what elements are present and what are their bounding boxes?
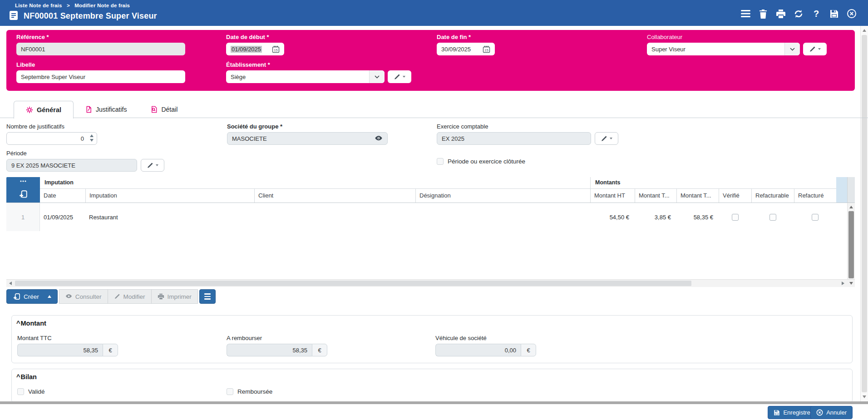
- trash-icon[interactable]: [758, 8, 769, 19]
- chevron-down-icon: [818, 48, 821, 50]
- grid-scroll-corner: [847, 177, 855, 203]
- help-icon[interactable]: ?: [811, 8, 822, 19]
- bilan-section-header[interactable]: ^ Bilan: [16, 373, 37, 380]
- montant-section-header[interactable]: ^ Montant: [16, 320, 46, 327]
- remboursee-checkbox[interactable]: [227, 388, 233, 395]
- col-header-imputation[interactable]: Imputation: [85, 189, 254, 203]
- collaborateur-edit-button[interactable]: [803, 43, 827, 55]
- societe-field: MASOCIETE: [227, 132, 388, 145]
- col-header-designation[interactable]: Désignation: [415, 189, 590, 203]
- col-header-client[interactable]: Client: [254, 189, 415, 203]
- collapse-icon[interactable]: ^: [16, 373, 20, 380]
- annuler-button[interactable]: Annuler: [810, 406, 853, 419]
- cell-montant-ttc: 58,35 €: [676, 214, 719, 221]
- exercice-field: EX 2025: [437, 132, 591, 145]
- calendar-icon[interactable]: 15: [272, 45, 280, 53]
- cell-montant-tva: 3,85 €: [635, 214, 676, 221]
- montant-ttc-field: 58,35: [17, 344, 103, 356]
- col-header-date[interactable]: Date: [40, 189, 85, 203]
- grid-gutter: [6, 177, 40, 203]
- calendar-icon[interactable]: 15: [483, 45, 490, 53]
- print-icon[interactable]: [775, 8, 786, 19]
- scroll-right-icon[interactable]: [839, 280, 847, 287]
- col-header-verifie[interactable]: Vérifié: [719, 189, 751, 203]
- nb-justificatifs-stepper[interactable]: 0: [6, 132, 97, 145]
- scroll-down-icon[interactable]: [861, 393, 868, 400]
- modifier-button[interactable]: Modifier: [108, 289, 152, 304]
- verifie-checkbox[interactable]: [732, 214, 739, 221]
- chevron-up-icon[interactable]: [48, 295, 51, 298]
- nb-justificatifs-label: Nombre de justificatifs: [6, 123, 97, 130]
- exercice-edit-button[interactable]: [595, 132, 618, 145]
- page-scrollbar[interactable]: [860, 26, 868, 401]
- save-icon[interactable]: [829, 8, 839, 19]
- refacture-checkbox[interactable]: [812, 214, 819, 221]
- date-fin-label: Date de fin *: [437, 34, 495, 40]
- grid-menu-icon[interactable]: [199, 289, 216, 304]
- add-row-icon[interactable]: [18, 189, 29, 200]
- col-header-montant-ttc[interactable]: Montant T...: [676, 189, 719, 203]
- imprimer-button[interactable]: Imprimer: [152, 289, 198, 304]
- col-header-refacture[interactable]: Refacturé: [794, 189, 836, 203]
- grid-options-icon[interactable]: [18, 178, 29, 184]
- close-icon[interactable]: [846, 8, 857, 19]
- tab-detail[interactable]: Détail: [138, 101, 189, 118]
- document-search-icon: [150, 106, 158, 113]
- refacturable-checkbox[interactable]: [769, 214, 776, 221]
- etablissement-select[interactable]: Siège: [226, 70, 385, 83]
- col-header-montant-ht[interactable]: Montant HT: [590, 189, 635, 203]
- date-fin-field[interactable]: 30/09/2025 15: [437, 43, 495, 55]
- breadcrumb-parent[interactable]: Liste Note de frais: [15, 3, 62, 8]
- scroll-up-icon[interactable]: [861, 27, 868, 34]
- consulter-button[interactable]: Consulter: [59, 289, 108, 304]
- scroll-up-icon[interactable]: [848, 203, 855, 211]
- grid-horizontal-scrollbar[interactable]: [6, 279, 855, 287]
- chevron-down-icon[interactable]: [784, 43, 800, 55]
- chevron-down-icon[interactable]: [369, 70, 385, 83]
- valide-checkbox[interactable]: [17, 388, 24, 395]
- cloture-checkbox[interactable]: [437, 158, 444, 165]
- pencil-icon: [147, 162, 153, 169]
- chevron-down-icon: [156, 164, 158, 166]
- date-debut-field[interactable]: 01/09/2025 15: [226, 43, 284, 55]
- grid-action-bar: Créer Consulter Modifier Imprimer: [6, 289, 216, 304]
- print-icon: [158, 293, 164, 300]
- scroll-down-icon[interactable]: [847, 280, 855, 287]
- creer-button[interactable]: Créer: [6, 289, 58, 304]
- periode-field: 9 EX 2025 MASOCIETE: [6, 159, 137, 172]
- close-icon: [816, 409, 823, 416]
- tab-justificatifs[interactable]: Justificatifs: [74, 101, 138, 118]
- add-row-icon: [13, 293, 20, 301]
- collaborateur-label: Collaborateur: [647, 34, 829, 40]
- etablissement-edit-button[interactable]: [388, 70, 411, 83]
- page-scrollbar-thumb[interactable]: [862, 35, 867, 392]
- etablissement-label: Établissement *: [226, 61, 417, 68]
- breadcrumb-separator: >: [67, 3, 70, 8]
- chevron-down-icon: [403, 76, 405, 78]
- refresh-icon[interactable]: [793, 8, 804, 19]
- pencil-icon: [809, 46, 816, 53]
- breadcrumb-current: Modifier Note de frais: [74, 3, 130, 8]
- scroll-left-icon[interactable]: [6, 280, 14, 287]
- collapse-icon[interactable]: ^: [16, 320, 20, 327]
- col-header-montant-tva[interactable]: Montant T...: [635, 189, 676, 203]
- col-header-refacturable[interactable]: Refacturable: [751, 189, 794, 203]
- stepper-arrows[interactable]: [90, 134, 94, 142]
- identity-panel: Référence * NF00001 Date de début * 01/0…: [6, 30, 855, 91]
- collaborateur-select[interactable]: Super Viseur: [647, 43, 800, 55]
- menu-icon[interactable]: [740, 8, 751, 19]
- bilan-section: ^ Bilan Validé Remboursée: [11, 369, 853, 403]
- pencil-icon: [114, 293, 120, 300]
- libelle-field[interactable]: Septembre Super Viseur: [16, 70, 185, 83]
- periode-edit-button[interactable]: [141, 159, 164, 172]
- eye-icon[interactable]: [375, 135, 383, 142]
- app-header: Liste Note de frais > Modifier Note de f…: [0, 0, 868, 26]
- grid-vertical-scrollbar[interactable]: [847, 203, 855, 279]
- table-row[interactable]: 1 01/09/2025 Restaurant 54,50 € 3,85 € 5…: [6, 203, 855, 231]
- tab-bar: Général Justificatifs Détail: [0, 101, 868, 118]
- grid-hscroll-thumb[interactable]: [15, 281, 691, 286]
- libelle-label: Libelle: [16, 61, 185, 68]
- grid-vscroll-thumb[interactable]: [848, 211, 854, 278]
- a-rembourser-field: 58,35: [227, 344, 312, 356]
- tab-general[interactable]: Général: [14, 101, 74, 119]
